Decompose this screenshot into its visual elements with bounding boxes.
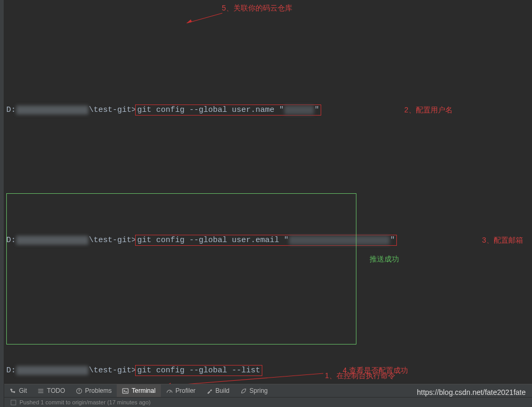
cmd-line-config-name: D:xxxxxxxx xxxx x\test-git>git config --… (6, 102, 530, 118)
annotation-5: 5、关联你的码云仓库 (222, 0, 292, 16)
annotation-3: 3、配置邮箱 (482, 232, 523, 248)
status-text: Pushed 1 commit to origin/master (17 min… (19, 399, 150, 405)
leaf-icon (240, 388, 247, 394)
status-bar: Pushed 1 commit to origin/master (17 min… (4, 398, 532, 407)
cmd-line-config-list: D:xxxxxxxx xxxx x\test-git>git config --… (6, 362, 530, 379)
tab-build[interactable]: Build (201, 384, 235, 397)
warning-icon (76, 388, 83, 394)
terminal-icon (122, 388, 129, 394)
arrow-icon (180, 11, 225, 26)
annotation-2: 2、配置用户名 (404, 102, 453, 118)
tab-profiler[interactable]: Profiler (161, 384, 201, 397)
side-gutter: Favorites (0, 0, 4, 407)
annotation-success: 推送成功 (370, 251, 399, 267)
watermark-text: https://blog.csdn.net/fate2021fate (417, 388, 526, 396)
tab-problems[interactable]: Problems (70, 384, 117, 397)
gauge-icon (166, 388, 173, 394)
cmd-line-config-email: D:xxxxxxxx xxxx x\test-git>git config --… (6, 232, 530, 248)
svg-rect-6 (11, 400, 16, 404)
tab-todo[interactable]: TODO (32, 384, 70, 397)
svg-line-0 (187, 13, 222, 23)
terminal-output[interactable]: D:xxxxxxxx xxxx x\test-git>git config --… (4, 0, 532, 383)
branch-icon (9, 388, 16, 394)
box-icon (11, 400, 16, 405)
tab-terminal[interactable]: Terminal (117, 384, 160, 397)
svg-marker-1 (187, 19, 192, 23)
list-icon (37, 388, 44, 394)
tab-git[interactable]: Git (4, 384, 32, 397)
hammer-icon (206, 388, 213, 394)
annotation-1: 1、在控制台执行命令 (325, 368, 395, 384)
tab-spring[interactable]: Spring (235, 384, 273, 397)
